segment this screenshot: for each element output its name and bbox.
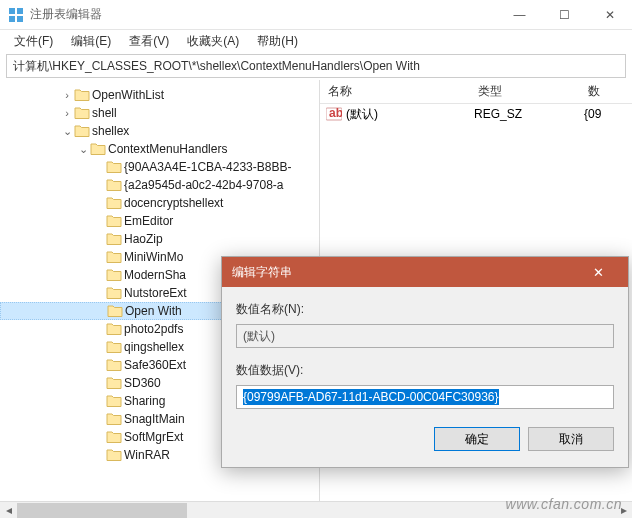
tree-item-label: SnagItMain bbox=[124, 412, 185, 426]
tree-item[interactable]: ›shell bbox=[0, 104, 319, 122]
folder-icon bbox=[106, 286, 122, 300]
menu-favorites[interactable]: 收藏夹(A) bbox=[179, 31, 247, 52]
folder-icon bbox=[106, 196, 122, 210]
cancel-button[interactable]: 取消 bbox=[528, 427, 614, 451]
ok-button[interactable]: 确定 bbox=[434, 427, 520, 451]
tree-item-label: Safe360Ext bbox=[124, 358, 186, 372]
app-icon bbox=[8, 7, 24, 23]
menu-view[interactable]: 查看(V) bbox=[121, 31, 177, 52]
list-header: 名称 类型 数 bbox=[320, 80, 632, 104]
value-name-label: 数值名称(N): bbox=[236, 301, 614, 318]
maximize-button[interactable]: ☐ bbox=[542, 0, 587, 30]
tree-item[interactable]: {90AA3A4E-1CBA-4233-B8BB- bbox=[0, 158, 319, 176]
svg-text:ab: ab bbox=[329, 107, 342, 120]
folder-icon bbox=[106, 214, 122, 228]
tree-item[interactable]: ⌄shellex bbox=[0, 122, 319, 140]
folder-icon bbox=[74, 106, 90, 120]
folder-icon bbox=[106, 322, 122, 336]
col-name[interactable]: 名称 bbox=[320, 83, 470, 100]
edit-string-dialog: 编辑字符串 ✕ 数值名称(N): (默认) 数值数据(V): {09799AFB… bbox=[221, 256, 629, 468]
folder-icon bbox=[106, 394, 122, 408]
folder-icon bbox=[107, 304, 123, 318]
close-button[interactable]: ✕ bbox=[587, 0, 632, 30]
tree-item[interactable]: EmEditor bbox=[0, 212, 319, 230]
menu-file[interactable]: 文件(F) bbox=[6, 31, 61, 52]
tree-item[interactable]: {a2a9545d-a0c2-42b4-9708-a bbox=[0, 176, 319, 194]
tree-item-label: docencryptshellext bbox=[124, 196, 223, 210]
dialog-close-icon[interactable]: ✕ bbox=[578, 265, 618, 280]
watermark: www.cfan.com.cn bbox=[506, 496, 622, 512]
value-data-label: 数值数据(V): bbox=[236, 362, 614, 379]
expand-icon[interactable]: ⌄ bbox=[76, 143, 90, 156]
folder-icon bbox=[106, 232, 122, 246]
folder-icon bbox=[106, 178, 122, 192]
expand-icon[interactable]: ⌄ bbox=[60, 125, 74, 138]
minimize-button[interactable]: — bbox=[497, 0, 542, 30]
expand-icon[interactable]: › bbox=[60, 107, 74, 119]
tree-item-label: SoftMgrExt bbox=[124, 430, 183, 444]
value-data-input[interactable]: {09799AFB-AD67-11d1-ABCD-00C04FC30936} bbox=[236, 385, 614, 409]
value-name-input: (默认) bbox=[236, 324, 614, 348]
tree-item-label: Sharing bbox=[124, 394, 165, 408]
folder-icon bbox=[106, 358, 122, 372]
tree-item[interactable]: ›OpenWithList bbox=[0, 86, 319, 104]
svg-rect-0 bbox=[9, 8, 15, 14]
tree-item-label: WinRAR bbox=[124, 448, 170, 462]
tree-item-label: photo2pdfs bbox=[124, 322, 183, 336]
expand-icon[interactable]: › bbox=[60, 89, 74, 101]
tree-item-label: ModernSha bbox=[124, 268, 186, 282]
col-type[interactable]: 类型 bbox=[470, 83, 580, 100]
col-data[interactable]: 数 bbox=[580, 83, 632, 100]
tree-item-label: SD360 bbox=[124, 376, 161, 390]
tree-item-label: shell bbox=[92, 106, 117, 120]
address-bar[interactable]: 计算机\HKEY_CLASSES_ROOT\*\shellex\ContextM… bbox=[6, 54, 626, 78]
menu-help[interactable]: 帮助(H) bbox=[249, 31, 306, 52]
tree-item-label: OpenWithList bbox=[92, 88, 164, 102]
tree-item-label: ContextMenuHandlers bbox=[108, 142, 227, 156]
dialog-title: 编辑字符串 bbox=[232, 264, 578, 281]
folder-icon bbox=[106, 268, 122, 282]
folder-icon bbox=[74, 124, 90, 138]
dialog-titlebar[interactable]: 编辑字符串 ✕ bbox=[222, 257, 628, 287]
tree-item-label: NutstoreExt bbox=[124, 286, 187, 300]
folder-icon bbox=[106, 250, 122, 264]
value-name: (默认) bbox=[346, 106, 474, 123]
tree-item-label: qingshellex bbox=[124, 340, 184, 354]
tree-item[interactable]: HaoZip bbox=[0, 230, 319, 248]
tree-item-label: Open With bbox=[125, 304, 182, 318]
folder-icon bbox=[106, 448, 122, 462]
string-value-icon: ab bbox=[326, 107, 342, 121]
tree-item[interactable]: docencryptshellext bbox=[0, 194, 319, 212]
tree-item-label: MiniWinMo bbox=[124, 250, 183, 264]
tree-item-label: shellex bbox=[92, 124, 129, 138]
folder-icon bbox=[90, 142, 106, 156]
tree-item-label: EmEditor bbox=[124, 214, 173, 228]
value-data: {09 bbox=[584, 107, 601, 121]
window-title: 注册表编辑器 bbox=[30, 6, 497, 23]
svg-rect-2 bbox=[9, 16, 15, 22]
value-type: REG_SZ bbox=[474, 107, 584, 121]
address-text: 计算机\HKEY_CLASSES_ROOT\*\shellex\ContextM… bbox=[13, 58, 420, 75]
folder-icon bbox=[106, 340, 122, 354]
folder-icon bbox=[106, 412, 122, 426]
list-row[interactable]: ab (默认) REG_SZ {09 bbox=[320, 104, 632, 124]
titlebar: 注册表编辑器 — ☐ ✕ bbox=[0, 0, 632, 30]
svg-rect-1 bbox=[17, 8, 23, 14]
menubar: 文件(F) 编辑(E) 查看(V) 收藏夹(A) 帮助(H) bbox=[0, 30, 632, 52]
folder-icon bbox=[106, 430, 122, 444]
tree-item-label: {a2a9545d-a0c2-42b4-9708-a bbox=[124, 178, 283, 192]
tree-item-label: {90AA3A4E-1CBA-4233-B8BB- bbox=[124, 160, 291, 174]
folder-icon bbox=[106, 376, 122, 390]
tree-item-label: HaoZip bbox=[124, 232, 163, 246]
folder-icon bbox=[106, 160, 122, 174]
svg-rect-3 bbox=[17, 16, 23, 22]
menu-edit[interactable]: 编辑(E) bbox=[63, 31, 119, 52]
folder-icon bbox=[74, 88, 90, 102]
tree-item[interactable]: ⌄ContextMenuHandlers bbox=[0, 140, 319, 158]
